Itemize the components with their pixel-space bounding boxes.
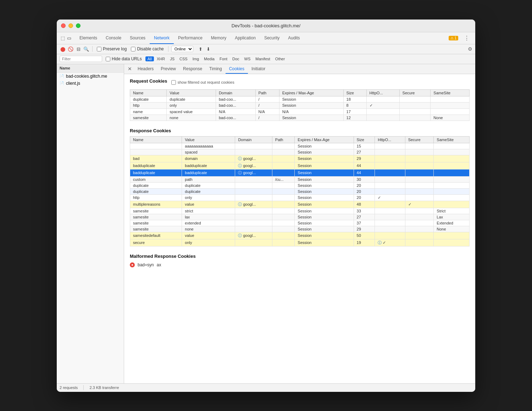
filter-manifest[interactable]: Manifest xyxy=(253,56,272,61)
req-col-name[interactable]: Name xyxy=(130,89,167,96)
file-icon-js: 📄 xyxy=(60,81,64,85)
filter-img[interactable]: Img xyxy=(190,56,201,61)
tab-response[interactable]: Response xyxy=(179,64,206,74)
sidebar-item-client-js[interactable]: 📄 client.js xyxy=(57,80,124,87)
search-icon[interactable]: 🔍 xyxy=(83,46,89,52)
table-row-warning[interactable]: multiplereasons value ⓘ googl... Session… xyxy=(130,201,470,208)
table-row[interactable]: samesite extended Session 37 Extended xyxy=(130,220,470,226)
tab-security[interactable]: Security xyxy=(260,32,284,44)
filter-ws[interactable]: WS xyxy=(242,56,253,61)
table-row[interactable]: samesite lax Session 27 Lax xyxy=(130,214,470,220)
tab-application[interactable]: Application xyxy=(231,32,260,44)
disable-cache-label[interactable]: Disable cache xyxy=(131,46,164,51)
cell-size: 8 xyxy=(343,102,366,109)
sidebar-item-bad-cookies[interactable]: 📄 bad-cookies.glitch.me xyxy=(57,73,124,80)
req-col-samesite[interactable]: SameSite xyxy=(431,89,470,96)
filter-css[interactable]: CSS xyxy=(177,56,190,61)
table-row[interactable]: http only bad-coo... / Session 8 ✓ xyxy=(130,102,470,109)
device-icon[interactable]: ▭ xyxy=(66,35,72,41)
req-col-httpo[interactable]: HttpO... xyxy=(366,89,399,96)
table-row[interactable]: custom path /cu... Session 30 xyxy=(130,176,470,182)
req-col-path[interactable]: Path xyxy=(255,89,279,96)
table-row-selected[interactable]: badduplicate badduplicate ⓘ googl... Ses… xyxy=(130,169,470,176)
clear-button[interactable]: 🚫 xyxy=(67,46,74,52)
upload-icon[interactable]: ⬆ xyxy=(198,46,204,52)
table-row[interactable]: spaced Session 27 xyxy=(130,149,470,155)
download-icon[interactable]: ⬇ xyxy=(205,46,212,52)
disable-cache-checkbox[interactable] xyxy=(131,47,135,51)
filter-other[interactable]: Other xyxy=(273,56,287,61)
cell-path xyxy=(272,162,295,169)
req-col-size[interactable]: Size xyxy=(343,89,366,96)
res-col-size[interactable]: Size xyxy=(354,136,375,143)
cell-value: spaced value xyxy=(167,109,216,115)
req-col-domain[interactable]: Domain xyxy=(216,89,255,96)
filter-media[interactable]: Media xyxy=(202,56,217,61)
record-button[interactable]: ⬤ xyxy=(60,46,66,52)
res-col-httpo[interactable]: HttpO... xyxy=(375,136,405,143)
tab-audits[interactable]: Audits xyxy=(284,32,304,44)
preserve-log-label[interactable]: Preserve log xyxy=(97,46,127,51)
table-row-striped[interactable]: duplicate duplicate Session 20 xyxy=(130,188,470,194)
request-cookies-header: Request Cookies show filtered out reques… xyxy=(130,78,470,87)
req-col-secure[interactable]: Secure xyxy=(399,89,431,96)
table-row[interactable]: name spaced value N/A N/A N/A 17 xyxy=(130,109,470,115)
table-row-warning[interactable]: bad domain ⓘ googl... Session 29 xyxy=(130,155,470,162)
filter-js[interactable]: JS xyxy=(168,56,177,61)
table-row[interactable]: samesite strict Session 33 Strict xyxy=(130,208,470,214)
filter-doc[interactable]: Doc xyxy=(230,56,242,61)
filter-xhr[interactable]: XHR xyxy=(155,56,167,61)
hide-data-urls-checkbox[interactable] xyxy=(106,57,110,61)
cell-httpo xyxy=(375,208,405,214)
tab-preview[interactable]: Preview xyxy=(157,64,179,74)
filter-all[interactable]: All xyxy=(145,56,154,61)
res-col-value[interactable]: Value xyxy=(182,136,235,143)
tab-cookies[interactable]: Cookies xyxy=(226,64,248,74)
table-row-warning[interactable]: badduplicate badduplicate ⓘ googl... Ses… xyxy=(130,162,470,169)
show-filtered-label[interactable]: show filtered out request cookies xyxy=(171,80,234,85)
settings-icon[interactable]: ⚙ xyxy=(468,46,472,52)
filter-input[interactable] xyxy=(60,56,102,62)
tab-console[interactable]: Console xyxy=(101,32,126,44)
cell-samesite xyxy=(434,182,470,188)
res-col-domain[interactable]: Domain xyxy=(235,136,272,143)
req-col-value[interactable]: Value xyxy=(167,89,216,96)
table-row-warning[interactable]: samesitedefault value ⓘ googl... Session… xyxy=(130,232,470,239)
tab-elements[interactable]: Elements xyxy=(75,32,101,44)
tab-memory[interactable]: Memory xyxy=(207,32,231,44)
tab-sources[interactable]: Sources xyxy=(126,32,150,44)
tab-headers[interactable]: Headers xyxy=(134,64,157,74)
table-row[interactable]: http only Session 20 ✓ xyxy=(130,194,470,201)
res-col-path[interactable]: Path xyxy=(272,136,295,143)
show-filtered-checkbox[interactable] xyxy=(171,80,176,85)
tab-timing[interactable]: Timing xyxy=(206,64,226,74)
res-col-secure[interactable]: Secure xyxy=(405,136,434,143)
table-row[interactable]: aaaaaaaaaaaaa Session 15 xyxy=(130,143,470,149)
table-row[interactable]: duplicate duplicate bad-coo... / Session… xyxy=(130,96,470,102)
hide-data-urls-label[interactable]: Hide data URLs xyxy=(106,56,142,61)
network-throttle-select[interactable]: Online xyxy=(171,46,193,52)
filter-icon[interactable]: ⊟ xyxy=(75,46,82,52)
tab-performance[interactable]: Performance xyxy=(174,32,207,44)
table-row[interactable]: samesite none Session 29 None xyxy=(130,226,470,232)
more-tabs-icon[interactable]: ⋮ xyxy=(461,35,472,41)
filter-font[interactable]: Font xyxy=(217,56,229,61)
req-col-expires[interactable]: Expires / Max-Age xyxy=(279,89,343,96)
cell-httpo xyxy=(375,149,405,155)
res-col-name[interactable]: Name xyxy=(130,136,182,143)
cell-samesite xyxy=(434,162,470,169)
table-row-warning[interactable]: secure only Session 19 ⓘ ✓ xyxy=(130,239,470,246)
table-row[interactable]: samesite none bad-coo... / Session 12 No… xyxy=(130,115,470,121)
minimize-button[interactable] xyxy=(68,23,73,28)
close-detail-button[interactable]: ✕ xyxy=(127,66,133,72)
cell-size: 17 xyxy=(343,109,366,115)
tab-network[interactable]: Network xyxy=(150,32,174,44)
close-button[interactable] xyxy=(61,23,66,28)
tab-initiator[interactable]: Initiator xyxy=(248,64,269,74)
preserve-log-checkbox[interactable] xyxy=(97,47,101,51)
res-col-expires[interactable]: Expires / Max-Age xyxy=(295,136,354,143)
table-row[interactable]: duplicate duplicate Session 20 xyxy=(130,182,470,188)
maximize-button[interactable] xyxy=(76,23,81,28)
cursor-icon[interactable]: ⬚ xyxy=(60,35,66,41)
res-col-samesite[interactable]: SameSite xyxy=(434,136,470,143)
